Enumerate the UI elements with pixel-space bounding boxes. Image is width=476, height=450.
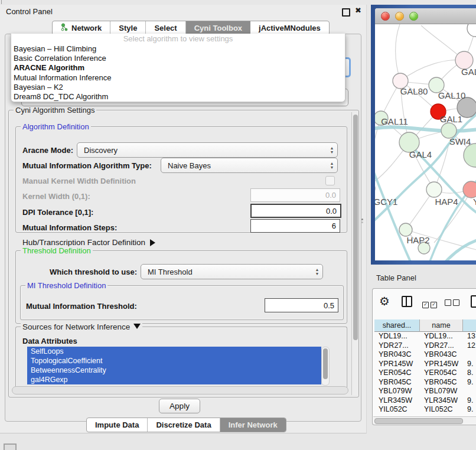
table-cell[interactable]: YBL079W xyxy=(420,387,463,396)
select-all-checkboxes-icon[interactable]: ✓✓ xyxy=(422,298,439,308)
table-cell[interactable]: YDR27... xyxy=(374,341,420,351)
network-node[interactable] xyxy=(463,181,476,198)
data-attributes-list[interactable]: SelfLoopsTopologicalCoefficientBetweenne… xyxy=(27,347,321,384)
attribute-item[interactable]: TopologicalCoefficient xyxy=(27,356,321,366)
column-header-shared[interactable]: shared... xyxy=(374,319,420,332)
dpi-tolerance-label: DPI Tolerance [0,1]: xyxy=(22,208,93,217)
attribute-item[interactable]: BetweennessCentrality xyxy=(27,366,321,375)
mi-steps-field[interactable]: 6 xyxy=(250,219,340,233)
tab-network[interactable]: Network xyxy=(53,21,110,35)
close-traffic-light[interactable] xyxy=(381,12,390,21)
mi-threshold-field[interactable]: 0.5 xyxy=(265,298,338,312)
table-cell[interactable] xyxy=(463,350,476,360)
node-table[interactable]: shared... name A YDL19...YDL19...13YDR27… xyxy=(374,319,476,423)
kernel-width-field[interactable]: 0.0 xyxy=(250,188,340,202)
minimize-traffic-light[interactable] xyxy=(395,12,404,21)
tab-infer-network[interactable]: Infer Network xyxy=(220,418,286,432)
network-edge-highlighted[interactable] xyxy=(375,160,410,260)
table-cell[interactable]: 9. xyxy=(463,360,476,369)
table-cell[interactable]: YDR27... xyxy=(420,341,463,351)
tab-cyni-toolbox[interactable]: Cyni Toolbox xyxy=(186,21,250,35)
panel-divider-grip[interactable] xyxy=(361,219,363,220)
close-icon[interactable]: ✖ xyxy=(355,6,361,15)
table-cell[interactable]: 9. xyxy=(463,378,476,387)
table-cell[interactable]: YDL19... xyxy=(420,332,463,341)
column-header-name[interactable]: name xyxy=(420,319,463,332)
table-cell[interactable]: YLR345W xyxy=(420,396,463,406)
float-window-icon[interactable] xyxy=(342,8,350,17)
tab-style[interactable]: Style xyxy=(110,21,146,35)
dpi-tolerance-field[interactable]: 0.0 xyxy=(250,204,341,218)
table-cell[interactable]: YPR145W xyxy=(420,360,463,369)
settings-horizontal-scrollbar[interactable] xyxy=(12,386,348,394)
table-cell[interactable]: YER054C xyxy=(374,369,420,378)
table-cell[interactable]: 9. xyxy=(463,396,476,406)
table-horizontal-scrollbar[interactable] xyxy=(373,416,476,424)
node-label: GAL4 xyxy=(409,149,432,159)
scrollbar-thumb[interactable] xyxy=(353,115,358,340)
network-graph[interactable]: GALGAL80GAL10GAL1GAL11SWI4GAL4GCY1HAP4YH… xyxy=(375,24,476,260)
table-cell[interactable]: YBR043C xyxy=(374,350,420,360)
algorithm-option[interactable]: Basic Correlation Inference xyxy=(11,54,345,63)
algorithm-option[interactable]: Bayesian – Hill Climbing xyxy=(11,44,345,54)
tab-jactivemnodules[interactable]: jActiveMNodules xyxy=(250,21,329,35)
mi-threshold-label: Mutual Information Threshold: xyxy=(26,302,137,311)
sheet-icon[interactable] xyxy=(471,295,476,308)
algorithm-option[interactable]: Mutual Information Inference xyxy=(11,73,345,83)
table-cell[interactable]: YBR045C xyxy=(420,378,463,387)
group-title: Threshold Definition xyxy=(21,246,93,255)
network-edge[interactable] xyxy=(400,60,464,81)
network-icon xyxy=(61,23,68,33)
stepper-arrows-icon: ▲▼ xyxy=(312,268,322,276)
settings-vertical-scrollbar[interactable] xyxy=(351,112,358,395)
mi-algorithm-type-combobox[interactable]: Naive Bayes ▲▼ xyxy=(161,158,338,173)
table-cell[interactable]: YIL052C xyxy=(374,405,420,415)
split-columns-icon[interactable] xyxy=(402,296,412,307)
table-cell[interactable]: 13 xyxy=(463,332,476,341)
attribute-item[interactable]: SelfLoops xyxy=(27,347,321,356)
network-node[interactable] xyxy=(464,144,476,167)
stepper-arrows-icon: ▲▼ xyxy=(327,146,337,154)
aracne-mode-combobox[interactable]: Discovery ▲▼ xyxy=(77,142,338,158)
table-cell[interactable] xyxy=(463,387,476,396)
tab-impute-data[interactable]: Impute Data xyxy=(87,418,148,432)
which-threshold-combobox[interactable]: MI Threshold ▲▼ xyxy=(141,264,323,279)
zoom-traffic-light[interactable] xyxy=(409,12,418,21)
table-cell[interactable]: 9. xyxy=(463,405,476,415)
hub-definition-expander[interactable]: Hub/Transcription Factor Definition xyxy=(22,238,155,247)
table-cell[interactable]: 12 xyxy=(463,341,476,351)
algorithm-option[interactable]: Dream8 DC_TDC Algorithm xyxy=(11,92,345,102)
expand-right-icon xyxy=(150,239,155,246)
table-cell[interactable]: YBR045C xyxy=(374,378,420,387)
attributes-scrollbar[interactable] xyxy=(321,347,330,386)
table-cell[interactable]: YPR145W xyxy=(374,360,420,369)
manual-kernel-width-checkbox[interactable] xyxy=(325,176,335,185)
attribute-item[interactable]: gal4RGexp xyxy=(27,375,321,384)
network-node[interactable] xyxy=(426,182,442,197)
table-cell[interactable]: YER054C xyxy=(420,369,463,378)
network-node[interactable] xyxy=(399,223,412,236)
apply-button[interactable]: Apply xyxy=(159,399,200,413)
tab-select[interactable]: Select xyxy=(146,21,185,35)
table-cell[interactable]: YIL052C xyxy=(420,405,463,415)
table-cell[interactable]: 8. xyxy=(463,369,476,378)
deselect-all-checkboxes-icon[interactable] xyxy=(445,298,461,308)
algorithm-option[interactable]: ARACNE Algorithm xyxy=(11,63,345,73)
gear-icon[interactable]: ⚙ xyxy=(379,294,390,308)
sources-expander[interactable]: Sources for Network Inference xyxy=(21,322,142,331)
scrollbar-thumb[interactable] xyxy=(323,348,328,379)
table-cell[interactable]: YBL079W xyxy=(374,387,420,396)
panel-divider-grip[interactable] xyxy=(361,221,363,223)
table-cell[interactable]: YBR043C xyxy=(420,350,463,360)
table-cell[interactable]: YLR345W xyxy=(374,396,420,406)
column-header-next[interactable]: A xyxy=(463,319,476,332)
node-label: HAP2 xyxy=(406,235,429,245)
tab-discretize-data[interactable]: Discretize Data xyxy=(148,418,220,432)
scrollbar-thumb[interactable] xyxy=(374,418,463,424)
network-window-titlebar[interactable] xyxy=(375,8,476,24)
panel-grip-box[interactable] xyxy=(4,444,17,450)
network-node[interactable] xyxy=(467,24,476,37)
algorithm-option[interactable]: Bayesian – K2 xyxy=(11,83,345,92)
network-edge[interactable] xyxy=(396,24,400,81)
table-cell[interactable]: YDL19... xyxy=(374,332,420,341)
